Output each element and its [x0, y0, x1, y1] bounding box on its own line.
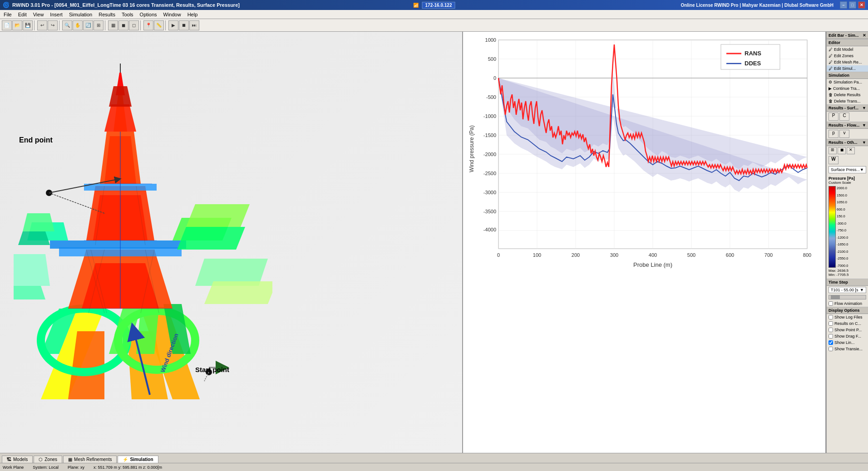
color-scale-bar	[829, 186, 836, 268]
mesh-btn[interactable]: ▦	[108, 20, 118, 30]
svg-text:500: 500	[488, 56, 496, 62]
svg-marker-26	[18, 231, 50, 245]
delete-transient-item[interactable]: 🗑 Delete Trans...	[827, 98, 868, 104]
menu-insert[interactable]: Insert	[47, 11, 65, 18]
svg-text:0: 0	[497, 252, 500, 258]
show-lin-checkbox[interactable]	[829, 340, 833, 345]
rotate-btn[interactable]: 🔄	[83, 20, 93, 30]
step-btn[interactable]: ⏭	[189, 20, 199, 30]
surface-pressure-dropdown[interactable]: Surface Press... ▼	[829, 166, 866, 173]
new-btn[interactable]: 📄	[2, 20, 12, 30]
save-btn[interactable]: 💾	[23, 20, 33, 30]
open-btn[interactable]: 📂	[12, 20, 22, 30]
measure-btn[interactable]: 📏	[154, 20, 164, 30]
surface-btn[interactable]: ◼	[118, 20, 128, 30]
online-license-info: Online License RWIND Pro | Mahyar Kazemi…	[681, 3, 833, 8]
mesh-icon: 🖊	[829, 60, 833, 64]
pan-btn[interactable]: ✋	[73, 20, 83, 30]
maximize-button[interactable]: □	[849, 1, 856, 9]
params-icon: ⚙	[829, 80, 832, 84]
zones-tab-icon: ⬡	[39, 457, 43, 462]
stop-btn[interactable]: ⏹	[179, 20, 189, 30]
sep1	[34, 20, 36, 30]
svg-text:-2000: -2000	[483, 152, 496, 157]
redo-btn[interactable]: ↪	[48, 20, 58, 30]
show-log-files-item[interactable]: Show Log Files	[827, 314, 868, 320]
svg-text:Wind pressure (Pa): Wind pressure (Pa)	[469, 125, 475, 172]
show-drag-f-item[interactable]: Show Drag F...	[827, 333, 868, 339]
show-log-files-checkbox[interactable]	[829, 315, 833, 319]
edit-zones-item[interactable]: 🖊 Edit Zones	[827, 53, 868, 59]
w-btn[interactable]: W	[829, 156, 838, 164]
zoom-btn[interactable]: 🔍	[62, 20, 72, 30]
sep4	[140, 20, 142, 30]
menu-view[interactable]: View	[30, 11, 47, 18]
edit-mesh-item[interactable]: 🖊 Edit Mesh Re...	[827, 59, 868, 65]
coefficient-btn[interactable]: C	[839, 113, 849, 121]
tab-models[interactable]: 🏗 Models	[2, 456, 33, 463]
plane-label: Plane: xy	[68, 465, 84, 470]
undo-btn[interactable]: ↩	[37, 20, 47, 30]
show-point-p-checkbox[interactable]	[829, 328, 833, 332]
app-icon: 🌀	[3, 2, 10, 8]
timestep-value[interactable]: T101 - 55.00 [s ▼	[829, 287, 866, 293]
edit-model-item[interactable]: 🖊 Edit Model	[827, 46, 868, 53]
delete-trans-icon: 🗑	[829, 99, 833, 103]
results-other-section[interactable]: Results - Oth... ▼	[827, 139, 868, 146]
results-on-c-item[interactable]: Results on C...	[827, 320, 868, 327]
svg-text:400: 400	[649, 252, 657, 258]
close-button[interactable]: ✕	[858, 1, 865, 9]
menu-file[interactable]: File	[1, 11, 15, 18]
flow-animation-checkbox[interactable]	[829, 301, 833, 306]
scrollbar-thumb[interactable]	[831, 295, 840, 299]
menu-window[interactable]: Window	[161, 11, 184, 18]
pressure-btn[interactable]: P	[829, 113, 838, 121]
sim-tab-icon: ⚡	[123, 457, 128, 462]
svg-text:200: 200	[572, 252, 580, 258]
svg-marker-27	[14, 254, 50, 286]
editor-section: Editor	[827, 39, 868, 46]
show-drag-f-checkbox[interactable]	[829, 334, 833, 339]
menu-results[interactable]: Results	[96, 11, 118, 18]
menu-options[interactable]: Options	[137, 11, 160, 18]
view-panel-3d[interactable]: Wind direction End point Start point	[0, 32, 463, 453]
action2-btn[interactable]: ◼	[838, 147, 846, 154]
svg-text:300: 300	[610, 252, 618, 258]
action3-btn[interactable]: ✕	[847, 147, 855, 154]
action1-btn[interactable]: ⊞	[829, 147, 837, 154]
svg-text:Probe Line (m): Probe Line (m)	[633, 261, 672, 268]
tab-simulation[interactable]: ⚡ Simulation	[118, 456, 158, 463]
show-transie-item[interactable]: Show Transie...	[827, 346, 868, 352]
work-plane-label: Work Plane	[3, 465, 24, 470]
play-btn[interactable]: ▶	[168, 20, 178, 30]
sep2	[59, 20, 61, 30]
edit-simul-item[interactable]: 🖊 Edit Simul...	[827, 65, 868, 72]
p-btn[interactable]: p	[829, 130, 838, 138]
menu-simulation[interactable]: Simulation	[66, 11, 95, 18]
svg-text:-2500: -2500	[483, 171, 496, 176]
tab-mesh-refinements[interactable]: ▦ Mesh Refinements	[63, 456, 117, 463]
time-scrollbar[interactable]	[829, 295, 866, 299]
minimize-button[interactable]: –	[840, 1, 847, 9]
show-lin-item[interactable]: Show Lin...	[827, 339, 868, 346]
results-surface-section: Results - Surf... ▼	[827, 104, 868, 112]
v-btn[interactable]: v	[839, 130, 849, 138]
wire-btn[interactable]: ◻	[129, 20, 139, 30]
fit-btn[interactable]: ⊞	[94, 20, 104, 30]
svg-text:-1500: -1500	[483, 132, 496, 138]
flow-animation-item[interactable]: Flow Animation	[827, 300, 868, 307]
svg-marker-30	[186, 204, 250, 227]
sim-params-item[interactable]: ⚙ Simulation Pa...	[827, 79, 868, 85]
probe-btn[interactable]: 📍	[143, 20, 153, 30]
show-point-p-item[interactable]: Show Point P...	[827, 327, 868, 333]
menu-edit[interactable]: Edit	[15, 11, 30, 18]
menu-help[interactable]: Help	[185, 11, 201, 18]
show-transie-checkbox[interactable]	[829, 347, 833, 351]
menu-tools[interactable]: Tools	[119, 11, 136, 18]
results-on-c-checkbox[interactable]	[829, 321, 833, 326]
continue-transient-item[interactable]: ▶ Continue Tra...	[827, 85, 868, 92]
coordinates-label: x: 551.709 m y: 595.881 m z: 0.000[m	[94, 465, 162, 470]
display-options-section: Display Options	[827, 307, 868, 314]
tab-zones[interactable]: ⬡ Zones	[34, 456, 62, 463]
delete-results-item[interactable]: 🗑 Delete Results	[827, 92, 868, 98]
